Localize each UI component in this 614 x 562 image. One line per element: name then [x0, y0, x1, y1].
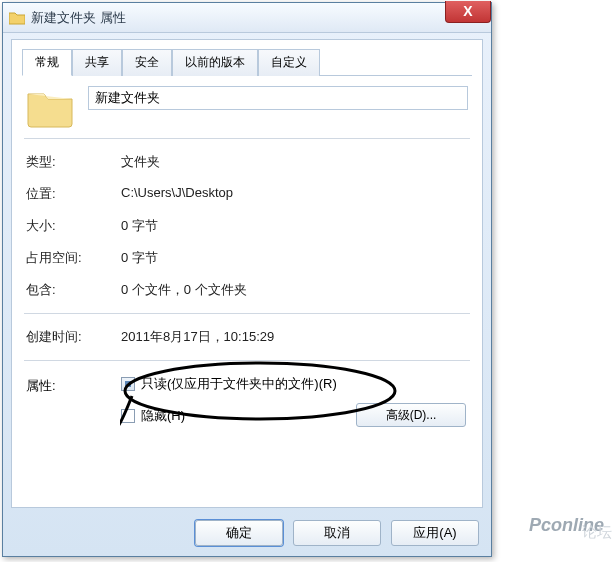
- attributes-section: 属性: 只读(仅应用于文件夹中的文件)(R) 隐藏(H) 高级(D)...: [26, 375, 468, 439]
- row-size: 大小: 0 字节: [26, 217, 468, 235]
- label-created: 创建时间:: [26, 328, 121, 346]
- tab-sharing[interactable]: 共享: [72, 49, 122, 76]
- folder-large-icon: [26, 86, 74, 128]
- checkbox-hidden[interactable]: [121, 409, 135, 423]
- row-created: 创建时间: 2011年8月17日，10:15:29: [26, 328, 468, 346]
- label-contains: 包含:: [26, 281, 121, 299]
- checkbox-readonly-label[interactable]: 只读(仅应用于文件夹中的文件)(R): [141, 375, 337, 393]
- separator: [24, 313, 470, 314]
- tab-general[interactable]: 常规: [22, 49, 72, 76]
- dialog-buttons: 确定 取消 应用(A): [195, 520, 479, 546]
- value-contains: 0 个文件，0 个文件夹: [121, 281, 468, 299]
- folder-name-value: 新建文件夹: [95, 89, 160, 107]
- close-button[interactable]: X: [445, 1, 491, 23]
- properties-window: 新建文件夹 属性 X 常规 共享 安全 以前的版本 自定义 新建文件夹 类型: …: [2, 2, 492, 557]
- titlebar[interactable]: 新建文件夹 属性 X: [3, 3, 491, 33]
- value-sizeondisk: 0 字节: [121, 249, 468, 267]
- folder-icon: [9, 11, 25, 25]
- tab-security[interactable]: 安全: [122, 49, 172, 76]
- folder-name-input[interactable]: 新建文件夹: [88, 86, 468, 110]
- window-title: 新建文件夹 属性: [31, 9, 126, 27]
- label-attributes: 属性:: [26, 375, 121, 439]
- label-location: 位置:: [26, 185, 121, 203]
- separator: [24, 360, 470, 361]
- cancel-button[interactable]: 取消: [293, 520, 381, 546]
- value-type: 文件夹: [121, 153, 468, 171]
- watermark-text-2: 论坛: [582, 523, 612, 542]
- value-created: 2011年8月17日，10:15:29: [121, 328, 468, 346]
- row-contains: 包含: 0 个文件，0 个文件夹: [26, 281, 468, 299]
- ok-button[interactable]: 确定: [195, 520, 283, 546]
- value-location: C:\Users\J\Desktop: [121, 185, 468, 203]
- advanced-button[interactable]: 高级(D)...: [356, 403, 466, 427]
- label-sizeondisk: 占用空间:: [26, 249, 121, 267]
- value-size: 0 字节: [121, 217, 468, 235]
- row-location: 位置: C:\Users\J\Desktop: [26, 185, 468, 203]
- row-type: 类型: 文件夹: [26, 153, 468, 171]
- tab-strip: 常规 共享 安全 以前的版本 自定义: [22, 48, 472, 76]
- checkbox-hidden-label[interactable]: 隐藏(H): [141, 407, 185, 425]
- tab-custom[interactable]: 自定义: [258, 49, 320, 76]
- checkbox-readonly[interactable]: [121, 377, 135, 391]
- label-type: 类型:: [26, 153, 121, 171]
- label-size: 大小:: [26, 217, 121, 235]
- apply-button[interactable]: 应用(A): [391, 520, 479, 546]
- client-area: 常规 共享 安全 以前的版本 自定义 新建文件夹 类型: 文件夹 位置: C:\…: [11, 39, 483, 508]
- separator: [24, 138, 470, 139]
- row-sizeondisk: 占用空间: 0 字节: [26, 249, 468, 267]
- tab-previous[interactable]: 以前的版本: [172, 49, 258, 76]
